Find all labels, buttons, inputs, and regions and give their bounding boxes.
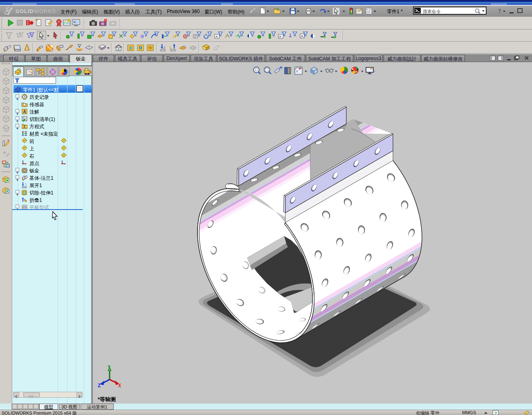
svg-text:A: A [215, 35, 218, 38]
svg-text:Y: Y [108, 365, 111, 370]
svg-text:SOLIDWORKS: SOLIDWORKS [16, 8, 56, 14]
svg-text:A: A [301, 34, 303, 38]
svg-text:X: X [118, 383, 121, 388]
svg-text:Z: Z [98, 383, 101, 388]
svg-text:Σ: Σ [23, 125, 26, 129]
svg-text:?: ? [498, 8, 501, 14]
svg-text:A: A [23, 109, 26, 114]
svg-text:A: A [279, 35, 282, 38]
